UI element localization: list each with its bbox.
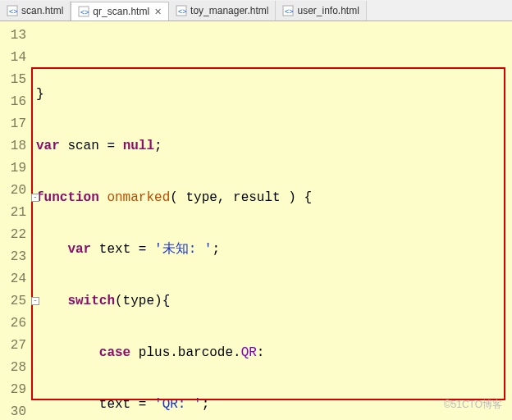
- code-line: var scan = null;: [36, 135, 512, 158]
- close-icon[interactable]: ✕: [153, 7, 162, 17]
- line-number-gutter: 13 14 15 16 17 18 19 20 21 22 23 24 25 2…: [0, 21, 31, 420]
- line-number: 24: [0, 268, 26, 290]
- tab-bar: <> scan.html <> qr_scan.html ✕ <> toy_ma…: [0, 0, 512, 21]
- line-number: 27: [0, 335, 26, 357]
- tab-label: qr_scan.html: [93, 6, 149, 17]
- line-number: 28: [0, 357, 26, 379]
- svg-text:<>: <>: [285, 7, 294, 16]
- code-line: -function onmarked( type, result ) {: [36, 187, 512, 209]
- svg-text:<>: <>: [80, 8, 89, 16]
- html-file-icon: <>: [282, 5, 294, 16]
- tab-label: scan.html: [21, 5, 63, 16]
- tab-label: toy_manager.html: [190, 5, 268, 16]
- line-number: 18: [0, 135, 26, 158]
- code-line: }: [36, 84, 512, 106]
- code-line: case plus.barcode.QR:: [36, 342, 512, 364]
- line-number: 22: [0, 224, 26, 246]
- code-editor[interactable]: 13 14 15 16 17 18 19 20 21 22 23 24 25 2…: [0, 21, 512, 420]
- line-number: 25: [0, 290, 26, 313]
- line-number: 13: [0, 25, 26, 47]
- line-number: 16: [0, 91, 26, 113]
- tab-label: user_info.html: [297, 5, 359, 16]
- tab-toy-manager[interactable]: <> toy_manager.html: [169, 1, 276, 21]
- line-number: 14: [0, 47, 26, 69]
- html-file-icon: <>: [7, 5, 18, 16]
- tab-qr-scan[interactable]: <> qr_scan.html ✕: [71, 2, 169, 21]
- line-number: 30: [0, 401, 26, 420]
- html-file-icon: <>: [176, 5, 187, 16]
- line-number: 15: [0, 69, 26, 91]
- code-line: var text = '未知: ';: [36, 239, 512, 261]
- tab-scan[interactable]: <> scan.html: [0, 1, 71, 21]
- svg-text:<>: <>: [178, 7, 187, 16]
- html-file-icon: <>: [78, 6, 89, 17]
- line-number: 19: [0, 158, 26, 180]
- code-line: text = 'QR: ';: [36, 394, 512, 416]
- line-number: 26: [0, 313, 26, 335]
- code-line: - switch(type){: [36, 290, 512, 313]
- code-area[interactable]: } var scan = null; -function onmarked( t…: [31, 21, 512, 420]
- line-number: 20: [0, 180, 26, 202]
- tab-user-info[interactable]: <> user_info.html: [276, 1, 366, 21]
- line-number: 23: [0, 246, 26, 268]
- fold-minus-icon[interactable]: -: [31, 194, 39, 202]
- line-number: 21: [0, 202, 26, 224]
- line-number: 17: [0, 113, 26, 135]
- line-number: 29: [0, 379, 26, 401]
- svg-text:<>: <>: [9, 7, 18, 16]
- fold-minus-icon[interactable]: -: [31, 297, 39, 305]
